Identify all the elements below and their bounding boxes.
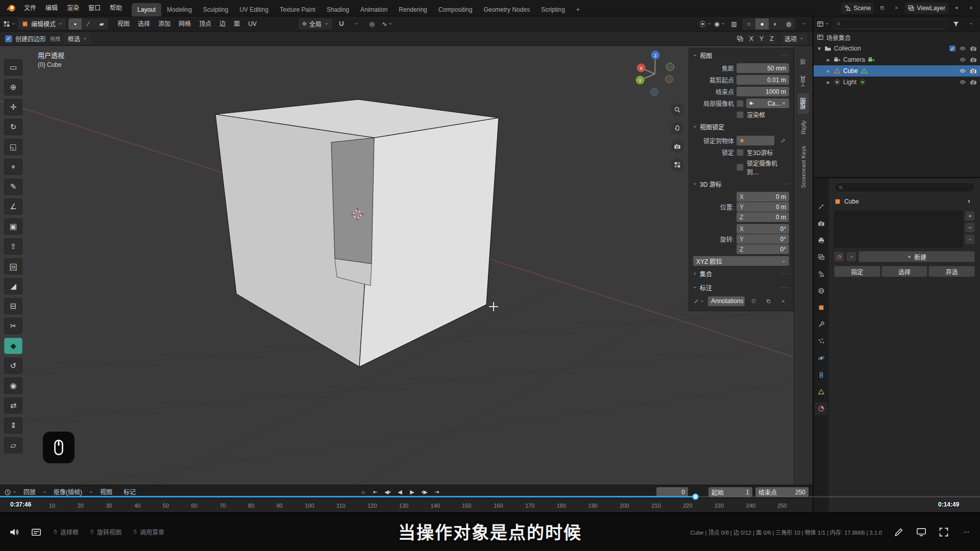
camera-view-icon[interactable] <box>671 140 684 153</box>
workspace-tab-uv-editing[interactable]: UV Editing <box>234 3 274 16</box>
assign-button[interactable]: 指定 <box>834 266 880 277</box>
subtitle-panel-icon[interactable] <box>31 527 42 538</box>
jump-to-start-button[interactable]: ⇤ <box>370 487 381 497</box>
menu-viewport-view[interactable]: 视图 <box>113 17 134 31</box>
panel-drag-handle[interactable]: ···· <box>781 271 790 277</box>
render-region-checkbox[interactable]: 渲染框 <box>737 110 789 119</box>
mirror-x-button[interactable]: X <box>746 34 756 44</box>
tool-measure[interactable]: ∠ <box>4 198 22 215</box>
volume-icon[interactable] <box>8 527 19 538</box>
current-frame-field[interactable]: 0 <box>656 487 688 497</box>
new-scene-button[interactable] <box>876 3 888 14</box>
tab-physics[interactable] <box>815 352 828 364</box>
n-panel-tab-rigify[interactable]: Rigify <box>799 116 808 139</box>
options-dropdown[interactable]: 选项 <box>781 33 807 44</box>
workspace-tab-compositing[interactable]: Compositing <box>433 3 478 16</box>
view-section-header[interactable]: 视图 ···· <box>689 48 793 62</box>
expand-icon[interactable]: ▸ <box>826 67 831 74</box>
ortho-toggle-icon[interactable] <box>671 158 684 171</box>
workspace-tab-geometry-nodes[interactable]: Geometry Nodes <box>478 3 535 16</box>
tool-cursor[interactable]: ⊕ <box>4 79 22 95</box>
play-reverse-button[interactable]: ◀ <box>394 487 405 497</box>
jump-to-end-button[interactable]: ⇥ <box>431 487 442 497</box>
menu-viewport-uv[interactable]: UV <box>244 17 261 31</box>
fake-user-shield-icon[interactable] <box>747 295 760 307</box>
tool-loop-cut[interactable]: ⊟ <box>4 298 22 314</box>
hide-eye-icon[interactable] <box>959 45 966 52</box>
vertex-select-button[interactable]: ▪ <box>68 18 82 30</box>
proportional-editing-toggle[interactable]: ◎ <box>366 18 378 30</box>
panel-drag-handle[interactable]: ···· <box>781 285 790 290</box>
tab-world[interactable] <box>815 285 828 297</box>
menu-file[interactable]: 文件 <box>19 1 41 16</box>
menu-edit[interactable]: 编辑 <box>41 1 62 16</box>
menu-viewport-mesh[interactable]: 网格 <box>175 17 195 31</box>
panel-drag-handle[interactable]: ···· <box>781 181 790 187</box>
mode-dropdown[interactable]: 编辑模式 <box>18 18 66 30</box>
remove-slot-button[interactable] <box>965 222 975 233</box>
timeline-menu-playback[interactable]: 回放 <box>19 485 40 500</box>
eyedropper-icon[interactable] <box>777 135 789 146</box>
render-visibility-icon[interactable] <box>970 56 977 63</box>
outliner-search-input[interactable] <box>843 20 943 28</box>
workspace-tab-modeling[interactable]: Modeling <box>161 3 198 16</box>
tab-output[interactable] <box>815 234 828 246</box>
unlink-scene-button[interactable] <box>890 3 902 14</box>
local-camera-checkbox[interactable] <box>737 100 744 107</box>
annotation-datablock-field[interactable]: Annotations <box>708 296 745 306</box>
cursor-section-header[interactable]: 3D 游标 ···· <box>689 177 793 191</box>
tool-poly-build[interactable]: ◆ <box>4 338 22 354</box>
expand-icon[interactable]: ▾ <box>817 45 822 52</box>
note-pencil-icon[interactable] <box>893 527 904 538</box>
tool-scale[interactable]: ◱ <box>4 139 22 155</box>
tab-material[interactable] <box>815 403 828 415</box>
cursor-rot-x-field[interactable]: X0° <box>737 224 789 234</box>
cursor-loc-x-field[interactable]: X0 m <box>737 192 789 202</box>
menu-help[interactable]: 帮助 <box>105 1 127 16</box>
edge-select-button[interactable]: ∕ <box>82 18 95 30</box>
new-material-button[interactable]: 新建 <box>859 251 975 262</box>
menu-viewport-edge[interactable]: 边 <box>215 17 230 31</box>
frame-end-field[interactable]: 结束点250 <box>755 487 808 497</box>
clip-start-field[interactable]: 0.01 m <box>737 75 789 85</box>
zoom-icon[interactable] <box>671 103 684 116</box>
menu-render[interactable]: 渲染 <box>62 1 84 16</box>
browse-material-dropdown[interactable] <box>846 252 856 262</box>
n-panel-tab-screencast-keys[interactable]: Screencast Keys <box>799 141 808 193</box>
more-options-icon[interactable]: ⋯ <box>961 527 972 538</box>
face-select-button[interactable]: ▰ <box>95 18 108 30</box>
tab-object[interactable] <box>815 302 828 314</box>
tab-render[interactable] <box>815 217 828 230</box>
pan-hand-icon[interactable] <box>671 121 684 135</box>
fullscreen-icon[interactable] <box>938 527 949 538</box>
focal-length-field[interactable]: 50 mm <box>737 63 789 73</box>
workspace-tab-layout[interactable]: Layout <box>132 3 161 16</box>
tool-shear[interactable]: ▱ <box>4 437 22 454</box>
shading-solid-button[interactable]: ● <box>755 18 769 30</box>
outliner-row-cube[interactable]: ▸ Cube <box>814 65 980 77</box>
tool-edge-slide[interactable]: ⇄ <box>4 397 22 414</box>
n-panel-tab-tool[interactable]: 工具 <box>798 71 809 91</box>
view-lock-section-header[interactable]: 视图锁定 <box>689 120 793 134</box>
shading-material-button[interactable]: ◐ <box>769 18 782 30</box>
expand-icon[interactable]: ▸ <box>826 56 831 63</box>
tab-tool[interactable] <box>815 201 828 213</box>
outliner-editor-type-button[interactable] <box>817 18 829 30</box>
cursor-rot-y-field[interactable]: Y0° <box>737 234 789 244</box>
shading-wireframe-button[interactable]: ○ <box>742 18 755 30</box>
xray-toggle-button[interactable]: ▥ <box>728 18 740 30</box>
tool-select-box[interactable]: ▭ <box>4 59 22 76</box>
mirror-y-button[interactable]: Y <box>756 34 767 44</box>
mini-player-icon[interactable] <box>916 527 927 538</box>
play-button[interactable]: ▶ <box>406 487 418 497</box>
local-camera-field[interactable]: Ca… <box>746 98 789 108</box>
add-slot-button[interactable] <box>965 211 975 221</box>
outliner-filter-icon[interactable] <box>950 18 962 30</box>
hide-eye-icon[interactable] <box>959 67 966 74</box>
video-progress-handle[interactable] <box>692 493 699 500</box>
workspace-add-button[interactable]: + <box>571 3 585 16</box>
next-keyframe-button[interactable]: •▶ <box>419 487 430 497</box>
duplicate-datablock-icon[interactable] <box>762 295 774 307</box>
panel-drag-handle[interactable]: ···· <box>781 53 790 58</box>
remove-view-layer-button[interactable] <box>965 3 977 14</box>
